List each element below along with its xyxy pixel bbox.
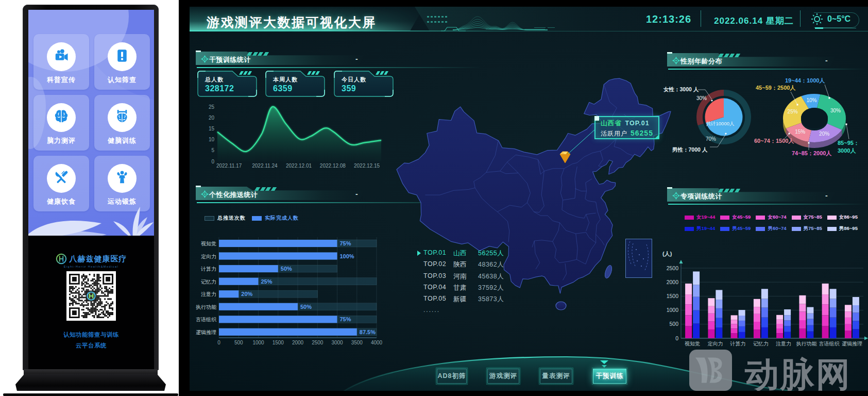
clock: 12:13:26 <box>646 13 703 25</box>
svg-text:19~44：1000人: 19~44：1000人 <box>785 77 825 84</box>
svg-text:执行功能: 执行功能 <box>196 304 216 310</box>
leaf-decoration <box>28 208 112 236</box>
svg-text:1000: 1000 <box>252 340 264 345</box>
rank-row-5[interactable]: TOP.05新疆35873人 <box>417 295 515 306</box>
tile-label: 健康饮食 <box>33 197 89 206</box>
svg-text:15%: 15% <box>795 129 805 135</box>
date-display: 2022.06.14 星期二 <box>714 15 794 27</box>
svg-text:计算力: 计算力 <box>730 341 746 346</box>
brain-training-icon <box>114 109 130 126</box>
panel-title: 干预训练统计 <box>209 55 251 64</box>
legend-item: 男86~95 <box>827 225 858 232</box>
svg-text:1500: 1500 <box>667 293 679 299</box>
nav-button-1[interactable]: 游戏测评 <box>487 369 519 384</box>
svg-text:10: 10 <box>209 137 215 142</box>
svg-text:共计10000人: 共计10000人 <box>706 121 735 126</box>
svg-text:74~85：2000人: 74~85：2000人 <box>792 150 832 157</box>
rank-row-4[interactable]: TOP.04甘肃37592人 <box>417 284 515 295</box>
legend-item: 女86~95 <box>827 214 858 221</box>
target-icon <box>201 55 209 63</box>
tile-icon-circle <box>108 164 137 193</box>
tooltip-rank: TOP.01 <box>625 120 650 127</box>
svg-text:20: 20 <box>209 115 215 121</box>
svg-text:2500: 2500 <box>667 265 679 271</box>
tooltip-label: 活跃用户 <box>601 130 627 137</box>
svg-text:5: 5 <box>211 147 214 153</box>
dashboard-title: 游戏测评大数据可视化大屏 <box>207 14 377 31</box>
muscle-icon <box>114 170 130 187</box>
svg-text:500: 500 <box>669 321 678 327</box>
kiosk-floor-shadow <box>3 393 178 396</box>
rank-row-2[interactable]: TOP.02陕西48362人 <box>417 260 515 272</box>
collapse-button[interactable]: - <box>355 55 358 63</box>
svg-text:男性：7000 人: 男性：7000 人 <box>672 146 708 153</box>
svg-text:2000: 2000 <box>667 279 679 285</box>
target-icon <box>672 192 680 200</box>
play-arrow-icon <box>417 251 421 256</box>
svg-text:30%: 30% <box>696 95 707 101</box>
svg-text:言语组织: 言语组织 <box>819 341 840 346</box>
svg-text:75%: 75% <box>340 240 351 246</box>
kiosk-tile-0[interactable]: 科普宣传 <box>33 34 89 90</box>
svg-text:2000: 2000 <box>292 340 304 345</box>
kiosk-app-grid: 科普宣传认知筛查脑力测评健脑训练健康饮食运动锻炼 <box>33 34 151 211</box>
svg-text:女性：3000 人: 女性：3000 人 <box>663 86 699 92</box>
brain-icon <box>54 109 69 126</box>
legend-item: 女45~59 <box>720 214 751 221</box>
legend-item: 女60~74 <box>756 214 786 221</box>
push-legend: 总推送次数 实际完成人数 <box>205 214 299 222</box>
svg-text:记忆力: 记忆力 <box>753 341 769 346</box>
legend-item: 男19~44 <box>685 225 715 232</box>
svg-text:定向力: 定向力 <box>707 341 723 346</box>
tile-label: 认知筛查 <box>94 75 150 85</box>
panel-title: 性别年龄分布 <box>680 57 722 66</box>
nav-button-2[interactable]: 量表测评 <box>540 369 572 384</box>
kiosk-tile-1[interactable]: 认知筛查 <box>94 34 150 90</box>
nav-button-3[interactable]: 干预训练 <box>593 369 626 384</box>
svg-text:言语组织: 言语组织 <box>196 317 217 322</box>
svg-text:逻辑推理: 逻辑推理 <box>196 329 216 335</box>
svg-text:3500: 3500 <box>351 340 363 345</box>
tile-label: 科普宣传 <box>33 75 89 85</box>
svg-text:100%: 100% <box>340 253 354 259</box>
legend-female: 女19~44女45~59女60~74女75~85女86~95 <box>685 214 858 221</box>
target-icon <box>672 57 680 64</box>
svg-text:3000人: 3000人 <box>838 147 856 154</box>
kiosk-tile-4[interactable]: 健康饮食 <box>33 156 89 211</box>
panel-special-training: 专项训练统计 - 女19~44女45~59女60~74女75~85女86~95 … <box>667 187 868 365</box>
panel-gender-age: 性别年龄分布 - 女性：3000 人 男性：7000 人 30% 70% 共计1… <box>667 52 868 187</box>
svg-text:视知觉: 视知觉 <box>201 241 216 246</box>
svg-text:3000: 3000 <box>331 340 343 345</box>
dashboard-outer: 游戏测评大数据可视化大屏 12:13:26 2022.06.14 星期二 0~5… <box>179 0 868 396</box>
svg-text:60~74：1500人: 60~74：1500人 <box>754 138 794 144</box>
kiosk-tile-3[interactable]: 健脑训练 <box>94 95 150 151</box>
svg-text:2022.11.24: 2022.11.24 <box>252 163 278 169</box>
stat-value: 6359 <box>273 84 293 93</box>
kiosk-caption: 认知功能筛查与训练 云平台系统 <box>28 329 154 351</box>
collapse-button[interactable]: - <box>825 191 828 200</box>
legend-male: 男19~44男45~59男60~74男75~85男86~95 <box>685 225 858 232</box>
rank-row-1[interactable]: TOP.01山西56255人 <box>417 249 515 260</box>
kiosk-base <box>15 374 166 391</box>
map-tooltip: 山西省TOP.01 活跃用户56255 <box>594 116 659 139</box>
clipboard-icon <box>115 48 129 65</box>
kiosk-tile-2[interactable]: 脑力测评 <box>33 95 89 151</box>
watermark-text: 动脉网 <box>745 352 852 391</box>
south-sea-inset <box>625 239 652 278</box>
svg-text:1000: 1000 <box>667 307 679 313</box>
panel-title: 专项训练统计 <box>680 192 722 201</box>
tile-icon-circle <box>108 42 137 71</box>
nav-button-0[interactable]: AD8初筛 <box>437 369 467 384</box>
svg-text:30%: 30% <box>830 108 841 113</box>
svg-text:计算力: 计算力 <box>200 266 216 272</box>
brand-block: 八赫兹健康医疗 Eight-Hertz Health&Medical <box>28 253 154 268</box>
collapse-button[interactable]: - <box>355 190 358 198</box>
tooltip-value: 56255 <box>631 129 653 137</box>
svg-text:25%: 25% <box>261 278 273 285</box>
legend-label: 总推送次数 <box>217 214 246 222</box>
svg-text:1500: 1500 <box>273 340 284 345</box>
screenshot-stage: 科普宣传认知筛查脑力测评健脑训练健康饮食运动锻炼 八赫兹健康医疗 Eight-H… <box>0 0 868 396</box>
svg-text:4000: 4000 <box>371 340 383 345</box>
collapse-button[interactable]: - <box>825 56 828 64</box>
rank-row-3[interactable]: TOP.03河南45638人 <box>417 272 515 284</box>
